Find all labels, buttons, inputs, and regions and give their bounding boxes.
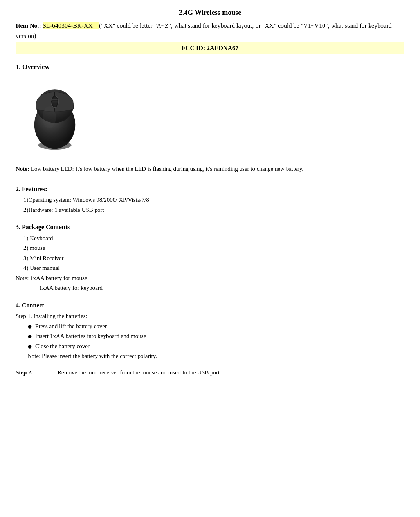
- bullet-dot-3: ●: [27, 342, 32, 351]
- mouse-image-container: [23, 76, 404, 153]
- pkg-1: 1) Keyboard: [23, 233, 404, 244]
- note-text: Low battery LED: It's low battery when t…: [29, 166, 303, 172]
- step1-label: Step 1. Installing the batteries:: [16, 311, 404, 322]
- pkg-2: 2) mouse: [23, 243, 404, 253]
- svg-point-8: [43, 106, 56, 128]
- step2-indent-text: Remove the mini receiver from the mouse …: [58, 369, 220, 376]
- bullet-text-2: Insert 1xAA batteries into keyboard and …: [35, 331, 146, 342]
- bullet-text-1: Press and lift the battery cover: [35, 322, 107, 332]
- svg-point-9: [38, 141, 72, 150]
- polarity-note: Note: Please insert the battery with the…: [27, 351, 404, 362]
- bullet-dot-1: ●: [27, 322, 32, 331]
- feature-1: 1)Operating system: Windows 98/2000/ XP/…: [23, 195, 404, 205]
- battery-note-2: 1xAA battery for keyboard: [39, 283, 404, 293]
- item-no-label: Item No.:: [16, 22, 41, 29]
- feature-2: 2)Hardware: 1 available USB port: [23, 205, 404, 215]
- step2-label: Step 2.: [16, 369, 32, 376]
- note-line: Note: Low battery LED: It's low battery …: [16, 165, 404, 173]
- step2-line: Step 2. Remove the mini receiver from th…: [16, 368, 404, 378]
- bullet-item-1: ● Press and lift the battery cover: [27, 322, 404, 332]
- pkg-title: 3. Package Contents: [16, 223, 404, 231]
- pkg-4: 4) User manual: [23, 263, 404, 273]
- mouse-image: [23, 76, 86, 151]
- bullet-dot-2: ●: [27, 331, 32, 341]
- section1-title: 1. Overview: [16, 62, 404, 72]
- connect-title: 4. Connect: [16, 301, 404, 310]
- battery-note-1: Note: 1xAA battery for mouse: [16, 273, 404, 284]
- item-no-line: Item No.: SL-640304-BK-XX，("XX" could be…: [16, 21, 404, 41]
- fcc-id-bar: FCC ID: 2AEDNA67: [16, 42, 404, 54]
- item-no-highlight: SL-640304-BK-XX，: [43, 22, 99, 29]
- bullet-item-3: ● Close the battery cover: [27, 342, 404, 352]
- bullet-item-2: ● Insert 1xAA batteries into keyboard an…: [27, 331, 404, 342]
- svg-point-4: [52, 97, 57, 107]
- page-title: 2.4G Wireless mouse: [16, 8, 404, 18]
- pkg-3: 3) Mini Receiver: [23, 253, 404, 264]
- bullet-text-3: Close the battery cover: [35, 342, 90, 352]
- features-title: 2. Features:: [16, 185, 404, 193]
- note-label: Note:: [16, 166, 29, 172]
